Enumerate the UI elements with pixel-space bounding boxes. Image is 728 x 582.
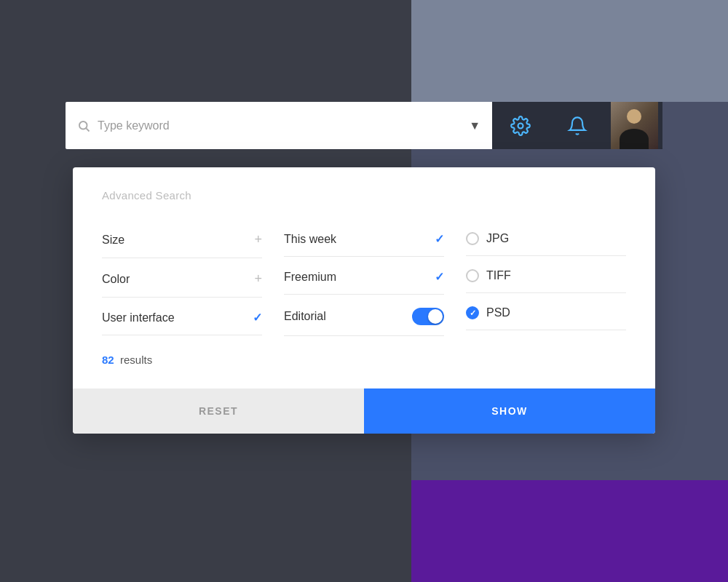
results-label: results bbox=[120, 354, 152, 366]
results-count: 82 results bbox=[102, 354, 152, 366]
radio-psd[interactable]: PSD bbox=[466, 306, 510, 319]
filter-col-1: Size + Color + User interface ✓ bbox=[102, 222, 262, 339]
avatar bbox=[611, 102, 658, 149]
filter-label-color: Color bbox=[102, 273, 130, 286]
settings-button[interactable] bbox=[492, 102, 549, 149]
results-row: 82 results bbox=[102, 339, 626, 374]
filter-col-3: JPG TIFF PSD bbox=[466, 222, 626, 339]
top-bar: ▼ bbox=[66, 102, 662, 149]
filter-row-jpg: JPG bbox=[466, 222, 626, 256]
panel-title: Advanced Search bbox=[102, 189, 626, 202]
filters-grid: Size + Color + User interface ✓ This wee… bbox=[102, 222, 626, 339]
size-add-icon[interactable]: + bbox=[254, 232, 262, 247]
toggle-knob bbox=[428, 309, 443, 324]
filter-row-user-interface: User interface ✓ bbox=[102, 300, 262, 335]
filter-row-tiff: TIFF bbox=[466, 259, 626, 293]
search-input[interactable] bbox=[98, 119, 469, 132]
filter-row-color: Color + bbox=[102, 261, 262, 298]
filter-label-jpg: JPG bbox=[486, 232, 509, 245]
filter-label-this-week: This week bbox=[284, 233, 336, 246]
icon-bar bbox=[492, 102, 662, 149]
filter-label-editorial: Editorial bbox=[284, 310, 326, 323]
background-right-bottom bbox=[411, 480, 728, 582]
filter-label-psd: PSD bbox=[486, 306, 510, 319]
filter-label-freemium: Freemium bbox=[284, 271, 336, 284]
editorial-toggle-wrap bbox=[412, 308, 444, 325]
advanced-search-panel: Advanced Search Size + Color + User inte… bbox=[73, 167, 655, 434]
filter-row-freemium: Freemium ✓ bbox=[284, 260, 444, 295]
panel-body: Advanced Search Size + Color + User inte… bbox=[73, 167, 655, 388]
results-number: 82 bbox=[102, 354, 114, 366]
filter-label-size: Size bbox=[102, 234, 124, 247]
filter-col-2: This week ✓ Freemium ✓ Editorial bbox=[284, 222, 444, 339]
svg-line-1 bbox=[86, 128, 89, 131]
panel-footer: RESET SHOW bbox=[73, 388, 655, 434]
reset-button[interactable]: RESET bbox=[73, 388, 364, 434]
show-button[interactable]: SHOW bbox=[364, 388, 655, 434]
filter-row-psd: PSD bbox=[466, 296, 626, 330]
radio-circle-psd[interactable] bbox=[466, 306, 479, 319]
ui-check-icon[interactable]: ✓ bbox=[253, 311, 262, 324]
filter-label-tiff: TIFF bbox=[486, 269, 511, 282]
color-add-icon[interactable]: + bbox=[254, 271, 262, 287]
filter-row-editorial: Editorial bbox=[284, 298, 444, 336]
search-bar-container: ▼ bbox=[66, 102, 492, 149]
radio-circle-tiff[interactable] bbox=[466, 269, 479, 282]
svg-point-2 bbox=[518, 123, 523, 128]
search-dropdown-arrow[interactable]: ▼ bbox=[469, 119, 480, 132]
radio-tiff[interactable]: TIFF bbox=[466, 269, 511, 282]
radio-jpg[interactable]: JPG bbox=[466, 232, 509, 245]
editorial-toggle[interactable] bbox=[412, 308, 444, 325]
filter-row-this-week: This week ✓ bbox=[284, 222, 444, 257]
this-week-check-icon[interactable]: ✓ bbox=[435, 232, 444, 246]
radio-circle-jpg[interactable] bbox=[466, 232, 479, 245]
svg-point-0 bbox=[79, 121, 87, 129]
user-avatar-button[interactable] bbox=[606, 102, 662, 149]
notifications-button[interactable] bbox=[549, 102, 606, 149]
filter-row-size: Size + bbox=[102, 222, 262, 258]
search-icon bbox=[77, 119, 90, 132]
background-right-top bbox=[411, 0, 728, 102]
freemium-check-icon[interactable]: ✓ bbox=[435, 270, 444, 284]
filter-label-ui: User interface bbox=[102, 311, 175, 324]
